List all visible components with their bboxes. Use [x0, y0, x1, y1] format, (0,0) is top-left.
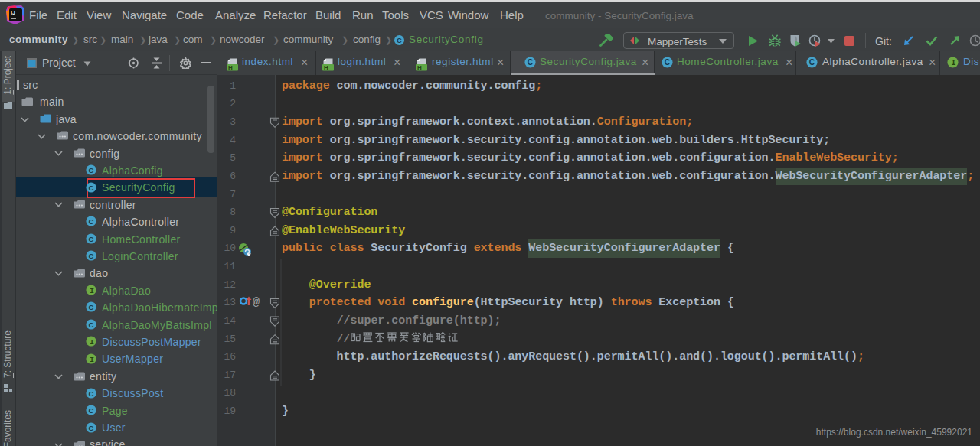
svg-text:C: C [397, 37, 402, 44]
svg-text:@: @ [253, 296, 260, 309]
